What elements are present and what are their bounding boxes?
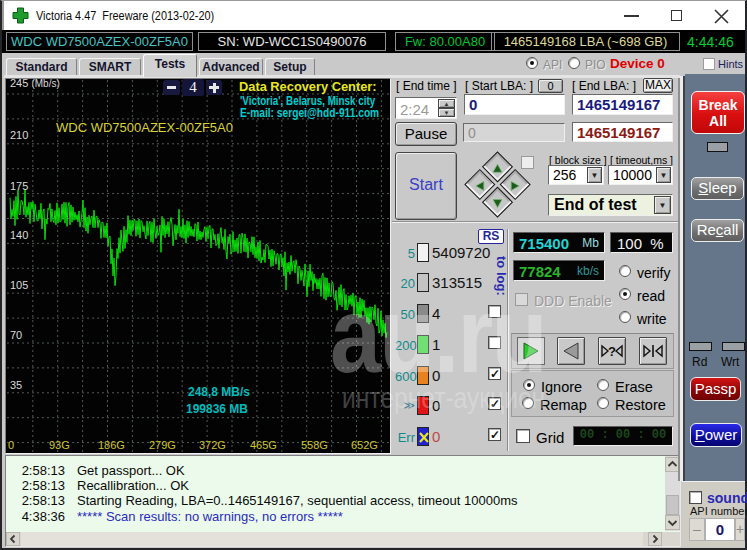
svg-text:?: ? xyxy=(608,344,616,359)
